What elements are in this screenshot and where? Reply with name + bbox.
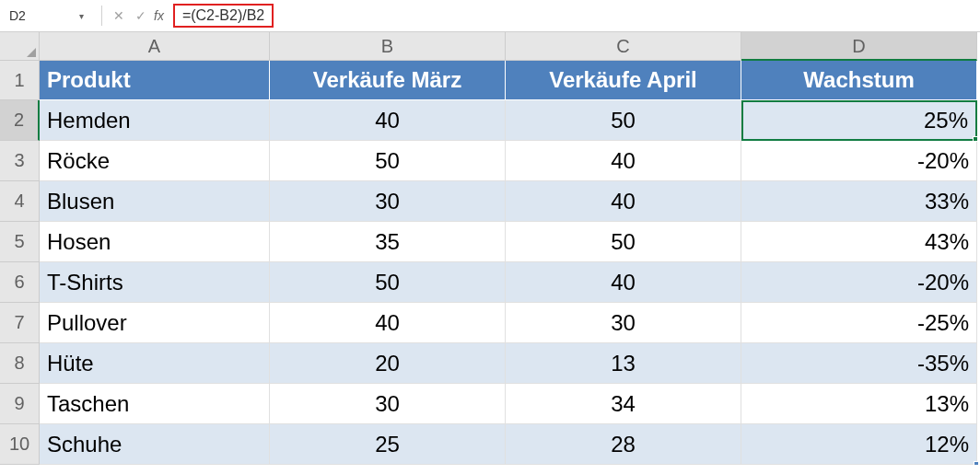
cancel-icon[interactable]: ✕ <box>108 5 130 27</box>
cell-reference: D2 <box>9 8 72 23</box>
column-header-C[interactable]: C <box>506 32 741 61</box>
cell-D3[interactable]: -20% <box>741 141 977 181</box>
cell-B4[interactable]: 30 <box>270 181 506 222</box>
row-header-3[interactable]: 3 <box>0 141 40 181</box>
cell-A8[interactable]: Hüte <box>40 343 270 384</box>
formula-text: =(C2-B2)/B2 <box>182 7 264 24</box>
cell-A9[interactable]: Taschen <box>40 384 270 424</box>
cell-B1[interactable]: Verkäufe März <box>270 61 506 100</box>
cell-B7[interactable]: 40 <box>270 303 506 343</box>
cell-D10[interactable]: 12% <box>741 424 977 465</box>
cell-C1[interactable]: Verkäufe April <box>506 61 741 100</box>
column-header-B[interactable]: B <box>270 32 506 61</box>
cell-A7[interactable]: Pullover <box>40 303 270 343</box>
cell-value: 25% <box>924 108 968 133</box>
row-header-6[interactable]: 6 <box>0 262 40 303</box>
cell-C10[interactable]: 28 <box>506 424 741 465</box>
cell-B8[interactable]: 20 <box>270 343 506 384</box>
fill-handle[interactable] <box>973 136 978 142</box>
column-header-A[interactable]: A <box>40 32 270 61</box>
row-header-8[interactable]: 8 <box>0 343 40 384</box>
cell-D1[interactable]: Wachstum <box>741 61 977 100</box>
cell-A6[interactable]: T-Shirts <box>40 262 270 303</box>
cell-C4[interactable]: 40 <box>506 181 741 222</box>
cell-C5[interactable]: 50 <box>506 222 741 262</box>
cell-D4[interactable]: 33% <box>741 181 977 222</box>
cell-D6[interactable]: -20% <box>741 262 977 303</box>
row-header-1[interactable]: 1 <box>0 61 40 100</box>
cell-A5[interactable]: Hosen <box>40 222 270 262</box>
row-header-10[interactable]: 10 <box>0 424 40 465</box>
cell-C2[interactable]: 50 <box>506 100 741 141</box>
cell-D5[interactable]: 43% <box>741 222 977 262</box>
cell-C7[interactable]: 30 <box>506 303 741 343</box>
spreadsheet-grid: A B C D 1 Produkt Verkäufe März Verkäufe… <box>0 32 980 465</box>
column-header-D[interactable]: D <box>741 32 977 61</box>
cell-D9[interactable]: 13% <box>741 384 977 424</box>
enter-icon[interactable]: ✓ <box>130 5 152 27</box>
cell-D8[interactable]: -35% <box>741 343 977 384</box>
cell-D7[interactable]: -25% <box>741 303 977 343</box>
cell-B3[interactable]: 50 <box>270 141 506 181</box>
chevron-down-icon[interactable]: ▾ <box>72 11 90 21</box>
cell-D2[interactable]: 25% <box>741 100 977 141</box>
name-box[interactable]: D2 ▾ <box>4 4 96 28</box>
cell-C3[interactable]: 40 <box>506 141 741 181</box>
row-header-4[interactable]: 4 <box>0 181 40 222</box>
cell-C6[interactable]: 40 <box>506 262 741 303</box>
fx-icon[interactable]: fx <box>154 8 164 23</box>
cell-value: 12% <box>925 432 969 457</box>
row-header-5[interactable]: 5 <box>0 222 40 262</box>
cell-C9[interactable]: 34 <box>506 384 741 424</box>
cell-B10[interactable]: 25 <box>270 424 506 465</box>
cell-A2[interactable]: Hemden <box>40 100 270 141</box>
formula-bar: D2 ▾ ✕ ✓ fx =(C2-B2)/B2 <box>0 0 980 32</box>
cell-B6[interactable]: 50 <box>270 262 506 303</box>
cell-A4[interactable]: Blusen <box>40 181 270 222</box>
cell-B5[interactable]: 35 <box>270 222 506 262</box>
row-header-9[interactable]: 9 <box>0 384 40 424</box>
divider <box>101 6 102 26</box>
row-header-2[interactable]: 2 <box>0 100 40 141</box>
cell-A1[interactable]: Produkt <box>40 61 270 100</box>
select-all-corner[interactable] <box>0 32 40 61</box>
cell-B2[interactable]: 40 <box>270 100 506 141</box>
row-header-7[interactable]: 7 <box>0 303 40 343</box>
cell-A3[interactable]: Röcke <box>40 141 270 181</box>
cell-A10[interactable]: Schuhe <box>40 424 270 465</box>
cell-C8[interactable]: 13 <box>506 343 741 384</box>
formula-input[interactable]: =(C2-B2)/B2 <box>173 4 274 28</box>
range-handle[interactable] <box>974 461 979 465</box>
cell-B9[interactable]: 30 <box>270 384 506 424</box>
